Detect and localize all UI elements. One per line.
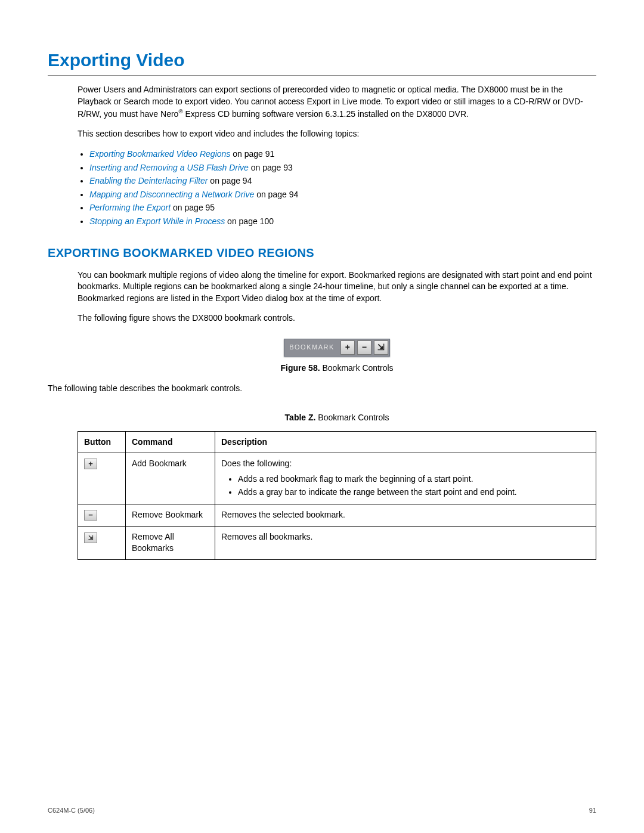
desc-item: Adds a red bookmark flag to mark the beg…	[238, 473, 590, 485]
list-item: Inserting and Removing a USB Flash Drive…	[89, 162, 596, 174]
section-body: You can bookmark multiple regions of vid…	[78, 270, 596, 560]
document-page: Exporting Video Power Users and Administ…	[0, 0, 644, 833]
bookmark-figure: BOOKMARK + − ⇲	[78, 333, 596, 357]
list-item: Performing the Export on page 95	[89, 202, 596, 214]
topic-suffix: on page 93	[249, 163, 293, 172]
remove-all-icon: ⇲	[84, 532, 97, 543]
list-item: Exporting Bookmarked Video Regions on pa…	[89, 148, 596, 160]
add-bookmark-icon[interactable]: +	[340, 340, 355, 355]
figure-intro: The following figure shows the DX8000 bo…	[78, 312, 596, 324]
topic-link[interactable]: Mapping and Disconnecting a Network Driv…	[89, 190, 254, 199]
section-heading: EXPORTING BOOKMARKED VIDEO REGIONS	[48, 244, 596, 261]
footer-doc-id: C624M-C (5/06)	[48, 806, 95, 815]
bookmark-widget: BOOKMARK + − ⇲	[284, 339, 390, 357]
topic-link[interactable]: Inserting and Removing a USB Flash Drive	[89, 163, 249, 172]
plus-icon: +	[84, 459, 97, 469]
figure-number: Figure 58.	[280, 363, 320, 373]
list-item: Mapping and Disconnecting a Network Driv…	[89, 189, 596, 201]
topics-list: Exporting Bookmarked Video Regions on pa…	[78, 148, 596, 228]
intro-text-2: Express CD burning software version 6.3.…	[183, 109, 469, 119]
button-cell: −	[78, 504, 126, 527]
command-cell: Remove All Bookmarks	[126, 526, 215, 559]
topic-link[interactable]: Enabling the Deinterlacing Filter	[89, 176, 208, 185]
list-item: Enabling the Deinterlacing Filter on pag…	[89, 175, 596, 187]
button-cell: ⇲	[78, 526, 126, 559]
topic-link[interactable]: Stopping an Export While in Process	[89, 216, 225, 226]
figure-caption: Figure 58. Bookmark Controls	[78, 363, 596, 374]
intro-block: Power Users and Administrators can expor…	[78, 84, 596, 228]
table-intro: The following table describes the bookma…	[48, 383, 596, 395]
command-cell: Remove Bookmark	[126, 504, 215, 527]
page-footer: C624M-C (5/06) 91	[48, 806, 596, 815]
table-row: − Remove Bookmark Removes the selected b…	[78, 504, 596, 527]
desc-list: Adds a red bookmark flag to mark the beg…	[221, 473, 590, 498]
button-cell: +	[78, 453, 126, 504]
figure-caption-text: Bookmark Controls	[320, 363, 394, 373]
topic-suffix: on page 95	[171, 203, 215, 212]
table-number: Table Z.	[285, 413, 316, 422]
table-header-row: Button Command Description	[78, 431, 596, 453]
command-cell: Add Bookmark	[126, 453, 215, 504]
registered-mark: ®	[178, 108, 182, 114]
topic-link[interactable]: Exporting Bookmarked Video Regions	[89, 149, 230, 159]
description-cell: Does the following: Adds a red bookmark …	[215, 453, 596, 504]
table-title-text: Bookmark Controls	[315, 413, 389, 422]
col-header-button: Button	[78, 431, 126, 453]
list-item: Stopping an Export While in Process on p…	[89, 216, 596, 228]
section-paragraph: You can bookmark multiple regions of vid…	[78, 270, 596, 305]
description-cell: Removes the selected bookmark.	[215, 504, 596, 527]
topic-suffix: on page 91	[230, 149, 274, 159]
desc-item: Adds a gray bar to indicate the range be…	[238, 487, 590, 498]
bookmark-strip: BOOKMARK + − ⇲	[284, 339, 390, 357]
table-title: Table Z. Bookmark Controls	[78, 412, 596, 424]
page-title: Exporting Video	[48, 48, 596, 76]
topic-link[interactable]: Performing the Export	[89, 203, 171, 212]
table-row: + Add Bookmark Does the following: Adds …	[78, 453, 596, 504]
description-cell: Removes all bookmarks.	[215, 526, 596, 559]
topic-suffix: on page 100	[225, 216, 274, 226]
bookmark-label: BOOKMARK	[284, 339, 339, 356]
bookmark-controls-table: Button Command Description + Add Bookmar…	[78, 431, 596, 560]
footer-page-number: 91	[589, 806, 596, 815]
topic-suffix: on page 94	[208, 176, 252, 185]
topic-suffix: on page 94	[254, 190, 298, 199]
minus-icon: −	[84, 510, 97, 521]
table-row: ⇲ Remove All Bookmarks Removes all bookm…	[78, 526, 596, 559]
remove-bookmark-icon[interactable]: −	[357, 340, 371, 355]
desc-intro: Does the following:	[221, 459, 292, 468]
remove-all-bookmarks-icon[interactable]: ⇲	[374, 340, 388, 355]
topics-intro: This section describes how to export vid…	[78, 128, 596, 140]
intro-paragraph: Power Users and Administrators can expor…	[78, 84, 596, 120]
col-header-description: Description	[215, 431, 596, 453]
col-header-command: Command	[126, 431, 215, 453]
